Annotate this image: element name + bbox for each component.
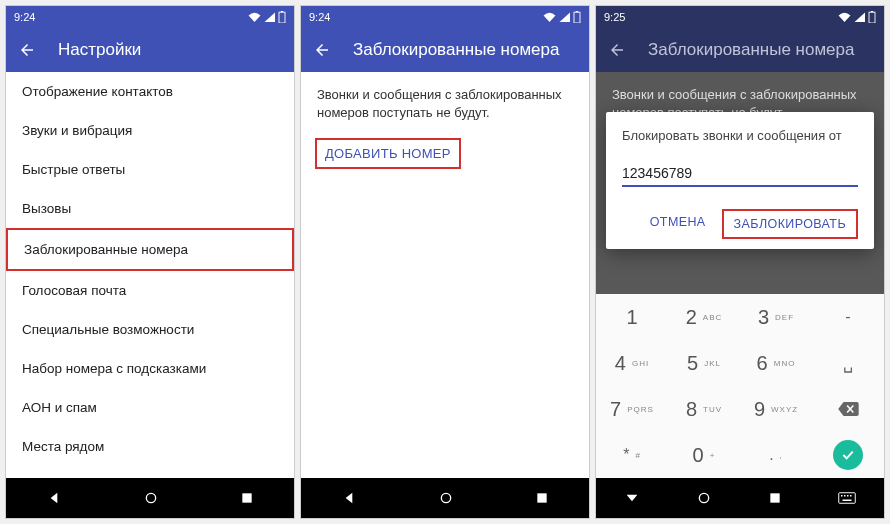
key-space[interactable]: ␣ (812, 340, 884, 386)
svg-point-2 (146, 493, 155, 502)
key-8[interactable]: 8TUV (668, 386, 740, 432)
svg-rect-3 (242, 493, 251, 502)
key-confirm[interactable] (812, 432, 884, 478)
add-number-button[interactable]: ДОБАВИТЬ НОМЕР (315, 138, 461, 169)
key-period[interactable]: ., (740, 432, 812, 478)
key-3[interactable]: 3DEF (740, 294, 812, 340)
dialog-actions: ОТМЕНА ЗАБЛОКИРОВАТЬ (622, 209, 858, 239)
key-5[interactable]: 5JKL (668, 340, 740, 386)
status-time: 9:25 (604, 11, 625, 23)
svg-rect-7 (537, 493, 546, 502)
nav-recent-icon[interactable] (535, 491, 549, 505)
nav-home-icon[interactable] (143, 490, 159, 506)
app-bar: Заблокированные номера (596, 28, 884, 72)
blocked-description: Звонки и сообщения с заблокированных ном… (301, 72, 589, 132)
key-2[interactable]: 2ABC (668, 294, 740, 340)
settings-item-accessibility[interactable]: Специальные возможности (6, 310, 294, 349)
svg-rect-17 (843, 500, 852, 502)
nav-back-down-icon[interactable] (624, 490, 640, 506)
key-0[interactable]: 0+ (668, 432, 740, 478)
phone-screen-blocked-list: 9:24 Заблокированные номера Звонки и соо… (300, 5, 590, 519)
settings-list: Отображение контактов Звуки и вибрация Б… (6, 72, 294, 478)
settings-item-nearby-places[interactable]: Места рядом (6, 427, 294, 466)
svg-rect-4 (574, 12, 580, 23)
back-icon[interactable] (608, 41, 626, 59)
block-number-dialog: Блокировать звонки и сообщения от ОТМЕНА… (606, 112, 874, 249)
blocked-content-dimmed: Звонки и сообщения с заблокированных ном… (596, 72, 884, 478)
status-bar: 9:25 (596, 6, 884, 28)
numeric-keypad: 1 2ABC 3DEF - 4GHI 5JKL 6MNO ␣ 7PQRS 8TU… (596, 294, 884, 478)
app-bar-title: Заблокированные номера (648, 40, 854, 60)
app-bar-title: Заблокированные номера (353, 40, 559, 60)
key-4[interactable]: 4GHI (596, 340, 668, 386)
status-icons (838, 11, 876, 23)
phone-screen-settings: 9:24 Настройки Отображение контактов Зву… (5, 5, 295, 519)
key-6[interactable]: 6MNO (740, 340, 812, 386)
nav-recent-icon[interactable] (768, 491, 782, 505)
settings-item-voicemail[interactable]: Голосовая почта (6, 271, 294, 310)
settings-item-contacts-display[interactable]: Отображение контактов (6, 72, 294, 111)
svg-rect-15 (847, 495, 849, 497)
block-button[interactable]: ЗАБЛОКИРОВАТЬ (722, 209, 858, 239)
key-star[interactable]: *# (596, 432, 668, 478)
wifi-icon (248, 12, 261, 22)
svg-rect-9 (871, 11, 873, 12)
nav-home-icon[interactable] (696, 490, 712, 506)
settings-item-calls[interactable]: Вызовы (6, 189, 294, 228)
status-bar: 9:24 (6, 6, 294, 28)
signal-icon (264, 12, 275, 22)
app-bar: Заблокированные номера (301, 28, 589, 72)
phone-screen-block-dialog: 9:25 Заблокированные номера Звонки и соо… (595, 5, 885, 519)
svg-rect-0 (279, 12, 285, 23)
backspace-icon (837, 401, 859, 417)
status-time: 9:24 (14, 11, 35, 23)
settings-item-quick-replies[interactable]: Быстрые ответы (6, 150, 294, 189)
cancel-button[interactable]: ОТМЕНА (640, 209, 716, 239)
keyboard-switch-icon[interactable] (838, 492, 856, 504)
svg-rect-14 (844, 495, 846, 497)
svg-point-10 (699, 493, 708, 502)
battery-icon (573, 11, 581, 23)
key-backspace[interactable] (812, 386, 884, 432)
signal-icon (559, 12, 570, 22)
status-time: 9:24 (309, 11, 330, 23)
settings-item-blocked-numbers[interactable]: Заблокированные номера (6, 228, 294, 271)
svg-rect-11 (770, 493, 779, 502)
svg-point-6 (441, 493, 450, 502)
wifi-icon (543, 12, 556, 22)
blocked-content: Звонки и сообщения с заблокированных ном… (301, 72, 589, 478)
nav-back-icon[interactable] (46, 490, 62, 506)
battery-icon (868, 11, 876, 23)
signal-icon (854, 12, 865, 22)
nav-home-icon[interactable] (438, 490, 454, 506)
nav-bar (596, 478, 884, 518)
svg-rect-13 (841, 495, 843, 497)
svg-rect-5 (576, 11, 578, 12)
settings-item-dial-assist[interactable]: Набор номера с подсказками (6, 349, 294, 388)
status-bar: 9:24 (301, 6, 589, 28)
back-icon[interactable] (18, 41, 36, 59)
svg-rect-16 (850, 495, 852, 497)
back-icon[interactable] (313, 41, 331, 59)
nav-recent-icon[interactable] (240, 491, 254, 505)
dialog-title: Блокировать звонки и сообщения от (622, 128, 858, 143)
wifi-icon (838, 12, 851, 22)
battery-icon (278, 11, 286, 23)
phone-number-input[interactable] (622, 161, 858, 187)
svg-rect-1 (281, 11, 283, 12)
svg-rect-12 (839, 493, 856, 504)
nav-bar (301, 478, 589, 518)
app-bar-title: Настройки (58, 40, 141, 60)
settings-item-sounds[interactable]: Звуки и вибрация (6, 111, 294, 150)
app-bar: Настройки (6, 28, 294, 72)
nav-bar (6, 478, 294, 518)
svg-rect-8 (869, 12, 875, 23)
status-icons (543, 11, 581, 23)
settings-item-caller-id-spam[interactable]: АОН и спам (6, 388, 294, 427)
key-dash[interactable]: - (812, 294, 884, 340)
key-1[interactable]: 1 (596, 294, 668, 340)
confirm-fab-icon (833, 440, 863, 470)
nav-back-icon[interactable] (341, 490, 357, 506)
key-7[interactable]: 7PQRS (596, 386, 668, 432)
key-9[interactable]: 9WXYZ (740, 386, 812, 432)
